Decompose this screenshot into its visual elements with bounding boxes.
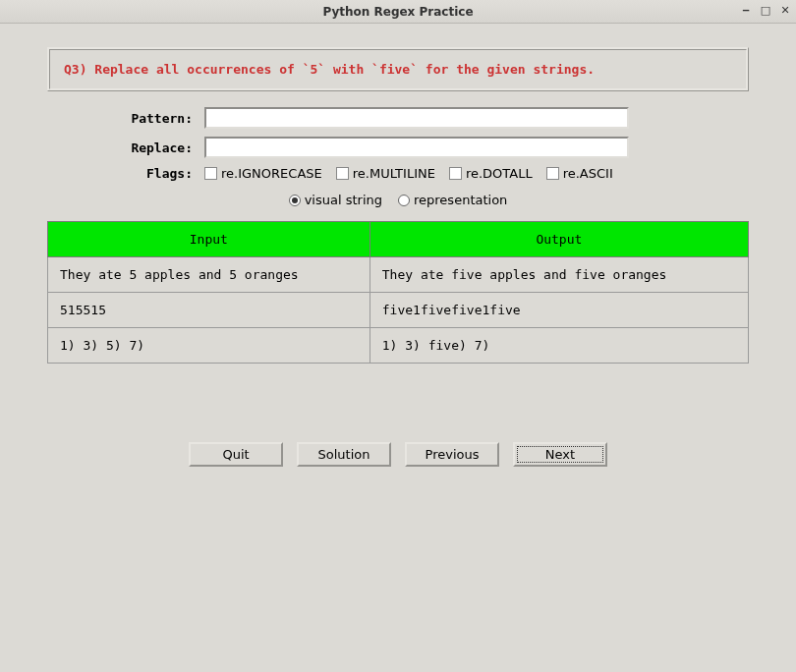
replace-row: Replace: — [47, 137, 749, 158]
flag-ascii[interactable]: re.ASCII — [546, 166, 613, 181]
display-mode-row: visual string representation — [47, 193, 749, 207]
radio-representation[interactable]: representation — [398, 193, 507, 207]
column-header-output: Output — [370, 222, 748, 257]
radio-label: visual string — [305, 193, 382, 207]
table-row: 515515 five1fivefive1five — [48, 293, 749, 328]
maximize-icon[interactable]: □ — [759, 3, 772, 17]
replace-input[interactable] — [204, 137, 629, 158]
pattern-label: Pattern: — [106, 111, 204, 126]
window-title: Python Regex Practice — [322, 5, 473, 19]
cell-input: They ate 5 apples and 5 oranges — [48, 257, 370, 293]
checkbox-icon — [204, 167, 217, 180]
flags-row: Flags: re.IGNORECASE re.MULTILINE re.DOT… — [47, 166, 749, 181]
pattern-input[interactable] — [204, 107, 629, 129]
content-area: Q3) Replace all occurrences of `5` with … — [0, 24, 796, 490]
replace-label: Replace: — [106, 140, 204, 155]
checkbox-icon — [449, 167, 462, 180]
pattern-row: Pattern: — [47, 107, 749, 129]
flag-label: re.MULTILINE — [353, 166, 435, 181]
quit-button[interactable]: Quit — [189, 442, 283, 467]
radio-visual-string[interactable]: visual string — [289, 193, 382, 207]
flag-multiline[interactable]: re.MULTILINE — [336, 166, 435, 181]
previous-button[interactable]: Previous — [405, 442, 499, 467]
flags-label: Flags: — [106, 166, 204, 181]
button-row: Quit Solution Previous Next — [47, 442, 749, 467]
radio-icon — [289, 195, 301, 206]
flag-label: re.ASCII — [563, 166, 613, 181]
io-table: Input Output They ate 5 apples and 5 ora… — [47, 221, 749, 364]
radio-label: representation — [414, 193, 507, 207]
flag-ignorecase[interactable]: re.IGNORECASE — [204, 166, 322, 181]
flag-label: re.DOTALL — [466, 166, 533, 181]
flag-label: re.IGNORECASE — [221, 166, 322, 181]
cell-output: 1) 3) five) 7) — [370, 328, 748, 364]
titlebar: Python Regex Practice ‒ □ ✕ — [0, 0, 796, 24]
minimize-icon[interactable]: ‒ — [739, 3, 753, 17]
checkbox-icon — [336, 167, 349, 180]
table-row: They ate 5 apples and 5 oranges They ate… — [48, 257, 749, 293]
column-header-input: Input — [48, 222, 370, 257]
flag-dotall[interactable]: re.DOTALL — [449, 166, 533, 181]
radio-icon — [398, 195, 410, 206]
question-text: Q3) Replace all occurrences of `5` with … — [64, 62, 595, 77]
cell-output: They ate five apples and five oranges — [370, 257, 748, 293]
next-button[interactable]: Next — [513, 442, 607, 467]
window-controls: ‒ □ ✕ — [739, 3, 792, 17]
close-icon[interactable]: ✕ — [778, 3, 792, 17]
table-row: 1) 3) 5) 7) 1) 3) five) 7) — [48, 328, 749, 364]
question-box: Q3) Replace all occurrences of `5` with … — [47, 47, 749, 91]
solution-button[interactable]: Solution — [297, 442, 391, 467]
cell-input: 515515 — [48, 293, 370, 328]
cell-input: 1) 3) 5) 7) — [48, 328, 370, 364]
cell-output: five1fivefive1five — [370, 293, 748, 328]
checkbox-icon — [546, 167, 559, 180]
table-header-row: Input Output — [48, 222, 749, 257]
flags-group: re.IGNORECASE re.MULTILINE re.DOTALL re.… — [204, 166, 613, 181]
